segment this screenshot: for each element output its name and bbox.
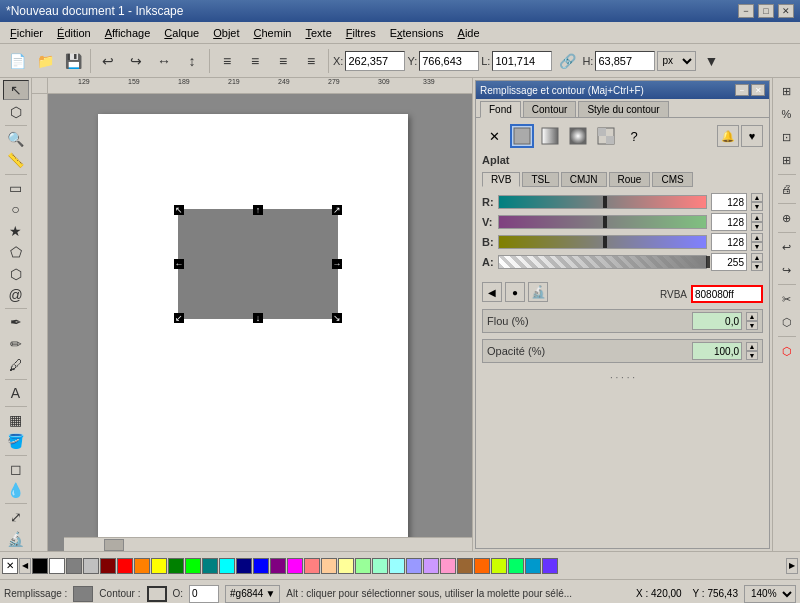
h-input[interactable]: [595, 51, 655, 71]
tab-fond[interactable]: Fond: [480, 101, 521, 118]
b-down[interactable]: ▼: [751, 242, 763, 251]
palette-swatch[interactable]: [508, 558, 524, 574]
palette-swatch[interactable]: [202, 558, 218, 574]
tool-circle[interactable]: ○: [3, 199, 29, 219]
palette-swatch[interactable]: [338, 558, 354, 574]
fr-redo2[interactable]: ↪: [776, 259, 798, 281]
scroll-thumb[interactable]: [104, 539, 124, 551]
minimize-button[interactable]: −: [738, 4, 754, 18]
opacity-up[interactable]: ▲: [746, 342, 758, 351]
tab-style-contour[interactable]: Style du contour: [578, 101, 668, 117]
menu-aide[interactable]: Aide: [452, 25, 486, 41]
cm-cms[interactable]: CMS: [652, 172, 692, 187]
selected-object[interactable]: ↖ ↗ ↙ ↘ ↑ ↓ ← →: [178, 209, 338, 319]
tool-poly[interactable]: ⬠: [3, 242, 29, 262]
palette-swatch[interactable]: [406, 558, 422, 574]
a-slider-track[interactable]: [498, 255, 707, 269]
palette-swatch[interactable]: [355, 558, 371, 574]
play-prev-btn[interactable]: ◀: [482, 282, 502, 302]
r-thumb[interactable]: [603, 196, 607, 208]
palette-swatch[interactable]: [117, 558, 133, 574]
fr-print[interactable]: 🖨: [776, 178, 798, 200]
tool-gradient[interactable]: ▦: [3, 410, 29, 430]
tool-rect[interactable]: ▭: [3, 177, 29, 197]
r-down[interactable]: ▼: [751, 202, 763, 211]
palette-swatch[interactable]: [287, 558, 303, 574]
b-thumb[interactable]: [603, 236, 607, 248]
handle-tl[interactable]: ↖: [174, 205, 184, 215]
fill-flat-btn[interactable]: [510, 124, 534, 148]
tb-undo[interactable]: ↩: [95, 48, 121, 74]
handle-bl[interactable]: ↙: [174, 313, 184, 323]
palette-swatch[interactable]: [253, 558, 269, 574]
cm-tsl[interactable]: TSL: [522, 172, 558, 187]
palette-swatch[interactable]: [321, 558, 337, 574]
palette-swatch[interactable]: [389, 558, 405, 574]
a-value[interactable]: 255: [711, 253, 747, 271]
cm-roue[interactable]: Roue: [609, 172, 651, 187]
handle-b[interactable]: ↓: [253, 313, 263, 323]
zoom-select[interactable]: 140% 100% 50%: [744, 585, 796, 603]
marker-btn1[interactable]: 🔔: [717, 125, 739, 147]
palette-swatch[interactable]: [236, 558, 252, 574]
menu-extensions[interactable]: Extensions: [384, 25, 450, 41]
tool-pen[interactable]: ✒: [3, 312, 29, 332]
palette-swatch[interactable]: [525, 558, 541, 574]
tb-save[interactable]: 💾: [60, 48, 86, 74]
palette-scroll-right[interactable]: ▶: [786, 558, 798, 574]
b-slider-track[interactable]: [498, 235, 707, 249]
opacity-down[interactable]: ▼: [746, 351, 758, 360]
palette-swatch[interactable]: [168, 558, 184, 574]
tb-align-r[interactable]: ≡: [270, 48, 296, 74]
blur-down[interactable]: ▼: [746, 321, 758, 330]
tb-align-t[interactable]: ≡: [298, 48, 324, 74]
canvas-area[interactable]: 129 159 189 219 249 279 309 339 ↖ ↗ ↙ ↘ …: [32, 78, 472, 551]
maximize-button[interactable]: □: [758, 4, 774, 18]
fr-cut[interactable]: ✂: [776, 288, 798, 310]
cm-rvb[interactable]: RVB: [482, 172, 520, 187]
v-down[interactable]: ▼: [751, 222, 763, 231]
fr-undo2[interactable]: ↩: [776, 236, 798, 258]
fr-snap4[interactable]: ⊞: [776, 149, 798, 171]
v-thumb[interactable]: [603, 216, 607, 228]
palette-swatch[interactable]: [423, 558, 439, 574]
tb-more[interactable]: ▼: [698, 48, 724, 74]
menu-affichage[interactable]: Affichage: [99, 25, 157, 41]
palette-swatch[interactable]: [474, 558, 490, 574]
palette-none[interactable]: ✕: [2, 558, 18, 574]
fr-snap2[interactable]: %: [776, 103, 798, 125]
canvas-background[interactable]: ↖ ↗ ↙ ↘ ↑ ↓ ← →: [48, 94, 472, 551]
r-up[interactable]: ▲: [751, 193, 763, 202]
blur-value[interactable]: 0,0: [692, 312, 742, 330]
fill-radial-btn[interactable]: [566, 124, 590, 148]
fr-red[interactable]: ⬡: [776, 340, 798, 362]
close-button[interactable]: ✕: [778, 4, 794, 18]
canvas-scrollbar-horizontal[interactable]: [64, 537, 472, 551]
menu-edition[interactable]: Édition: [51, 25, 97, 41]
tb-redo[interactable]: ↪: [123, 48, 149, 74]
handle-r[interactable]: →: [332, 259, 342, 269]
menu-filtres[interactable]: Filtres: [340, 25, 382, 41]
dialog-minimize[interactable]: −: [735, 84, 749, 96]
menu-chemin[interactable]: Chemin: [248, 25, 298, 41]
tab-contour[interactable]: Contour: [523, 101, 577, 117]
fr-xml[interactable]: ⊕: [776, 207, 798, 229]
tb-align-c[interactable]: ≡: [242, 48, 268, 74]
tool-dropper[interactable]: 🔬: [3, 529, 29, 549]
tb-back[interactable]: ↔: [151, 48, 177, 74]
tb-open[interactable]: 📁: [32, 48, 58, 74]
tool-star[interactable]: ★: [3, 220, 29, 240]
stroke-swatch[interactable]: [147, 586, 167, 602]
palette-swatch[interactable]: [49, 558, 65, 574]
menu-calque[interactable]: Calque: [158, 25, 205, 41]
menu-texte[interactable]: Texte: [299, 25, 337, 41]
handle-tr[interactable]: ↗: [332, 205, 342, 215]
fr-snap3[interactable]: ⊡: [776, 126, 798, 148]
palette-swatch[interactable]: [100, 558, 116, 574]
tool-pencil[interactable]: ✏: [3, 334, 29, 354]
unit-select[interactable]: px mm cm in: [657, 51, 696, 71]
tool-text[interactable]: A: [3, 382, 29, 402]
opacity-value[interactable]: 100,0: [692, 342, 742, 360]
tool-select[interactable]: ↖: [3, 80, 29, 100]
tool-cali[interactable]: 🖊: [3, 355, 29, 375]
